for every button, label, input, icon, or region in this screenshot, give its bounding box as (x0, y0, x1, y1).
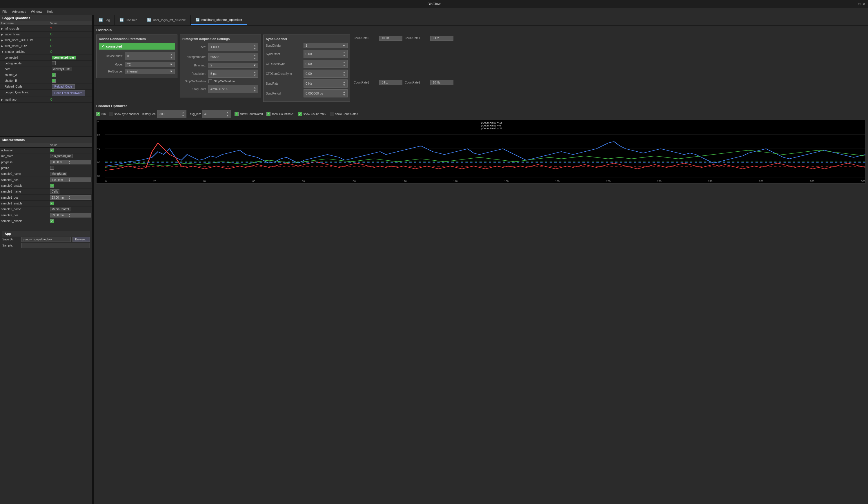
x-label-180: 180 (555, 180, 559, 183)
tacq-input[interactable]: 1.00 s ▲▼ (208, 43, 258, 51)
tab-user-login[interactable]: 🔄 user_login_mf_crucible (142, 15, 191, 25)
stop-overflow-checkbox[interactable] (208, 80, 212, 83)
sample1-enable-checkbox[interactable]: ✓ (50, 202, 54, 205)
expand-icon[interactable]: ▶ (1, 27, 3, 30)
sample2-name-value[interactable]: MediaControl (50, 207, 70, 212)
sample-row: Sample: (2, 243, 90, 248)
sample0-pos-input[interactable] (50, 178, 68, 182)
history-len-spinbox[interactable]: 300 ▲▼ (157, 110, 186, 118)
sample2-pos-down[interactable]: ▼ (68, 215, 71, 217)
window-controls[interactable]: — □ ✕ (852, 2, 866, 6)
sample0-name-value[interactable]: MungBean (50, 172, 67, 176)
stop-count-spin[interactable]: ▲▼ (254, 86, 256, 92)
chart-y-labels: 80 60 40 20 0 (97, 120, 100, 177)
progress-down[interactable]: ▼ (68, 162, 71, 164)
progress-up[interactable]: ▲ (68, 160, 71, 162)
avg-len-spin[interactable]: ▲▼ (226, 111, 229, 117)
save-dir-label: Save Dir: (2, 238, 20, 241)
binnning-row: Binnning: 2 ▼ (182, 63, 258, 68)
sample2-pos-input[interactable] (50, 214, 68, 217)
expand-icon[interactable]: ▶ (1, 33, 3, 36)
close-button[interactable]: ✕ (863, 2, 866, 6)
show-cr2-checkbox[interactable]: ✓ (298, 112, 302, 116)
sample2-pos-up[interactable]: ▲ (68, 213, 71, 215)
read-from-hardware-button[interactable]: Read From Hardware (52, 90, 85, 96)
sync-offset-spin[interactable]: ▲▼ (343, 51, 345, 57)
device-index-spin[interactable]: ▲▼ (170, 53, 173, 59)
sync-divider-select[interactable]: 1 ▼ (303, 43, 348, 48)
shutter-b-checkbox[interactable]: ✓ (52, 79, 56, 83)
cfd-level-input[interactable]: 0.00 ▲▼ (303, 60, 348, 68)
sync-rate-spin[interactable]: ▲▼ (343, 80, 345, 87)
x-label-80: 80 (302, 180, 305, 183)
countrate-panel: CountRate0 10 Hz CountRate1 0 Hz CountRa… (352, 34, 455, 86)
sample1-pos-input[interactable] (50, 196, 68, 199)
show-cr1-checkbox[interactable]: ✓ (267, 112, 270, 116)
progress-spinbox[interactable]: ▲ ▼ (50, 160, 91, 164)
refsource-select[interactable]: internal ▼ (125, 69, 175, 74)
tab-multiharp[interactable]: 🔄 multiharp_channel_optimizer (191, 15, 247, 25)
sync-rate-input[interactable]: 0 Hz ▲▼ (303, 80, 348, 88)
cfd-level-spin[interactable]: ▲▼ (343, 61, 345, 67)
hw-item-label: mf_crucible (4, 27, 19, 30)
sample-input[interactable] (21, 243, 90, 248)
history-len-spin[interactable]: ▲▼ (182, 111, 184, 117)
sample2-enable-checkbox[interactable]: ✓ (50, 219, 54, 223)
progress-input[interactable] (50, 161, 68, 164)
browse-button[interactable]: Browse... (72, 237, 90, 242)
tab-console[interactable]: 🔄 Console (115, 15, 142, 25)
show-sync-checkbox[interactable] (109, 112, 113, 116)
expand-icon[interactable]: ▶ (1, 39, 3, 42)
sample0-pos-spinbox[interactable]: ▲ ▼ (50, 177, 91, 182)
sync-offset-input[interactable]: 0.00 ▲▼ (303, 50, 348, 58)
stop-count-input[interactable]: 4294967295 ▲▼ (208, 85, 258, 93)
mode-select[interactable]: T2 ▼ (125, 62, 175, 67)
run-checkbox[interactable]: ✓ (96, 112, 100, 116)
sample0-pos-up[interactable]: ▲ (68, 178, 71, 180)
port-value[interactable]: /dev/ttyACM1 (52, 67, 72, 71)
sample0-pos-down[interactable]: ▼ (68, 180, 71, 182)
meas-col1 (1, 144, 50, 147)
show-cr3-checkbox[interactable] (330, 112, 334, 116)
histogram-bins-input[interactable]: 65536 ▲▼ (208, 53, 258, 61)
menu-advanced[interactable]: Advanced (12, 10, 27, 13)
expand-icon[interactable]: ▼ (1, 50, 4, 53)
shutter-a-checkbox[interactable]: ✓ (52, 73, 56, 77)
activation-checkbox[interactable]: ✓ (50, 148, 54, 152)
cfd-zero-input[interactable]: 0.00 ▲▼ (303, 70, 348, 78)
resolution-input[interactable]: 5 ps ▲▼ (208, 70, 258, 78)
menu-help[interactable]: Help (47, 10, 54, 13)
menu-file[interactable]: File (2, 10, 8, 13)
reload-code-button[interactable]: Reload_Code (52, 84, 75, 89)
countrate1-top-value: 0 Hz (430, 36, 453, 41)
show-cr0-checkbox[interactable]: ✓ (235, 112, 239, 116)
list-item: connected connected_bar (0, 55, 92, 61)
device-index-input[interactable]: 0 ▲▼ (125, 52, 175, 60)
sync-panel-title: Sync Channel (266, 37, 348, 41)
tacq-spin[interactable]: ▲▼ (254, 44, 256, 50)
sample1-pos-down[interactable]: ▼ (68, 197, 71, 199)
tab-log[interactable]: 🔄 Log (94, 15, 115, 25)
sample1-name-value[interactable]: Cells (50, 189, 60, 194)
sample2-pos-spinbox[interactable]: ▲ ▼ (50, 213, 91, 217)
sample1-pos-spinbox[interactable]: ▲ ▼ (50, 195, 91, 200)
minimize-button[interactable]: — (852, 2, 856, 6)
sync-period-input[interactable]: 0.000000 ps ▲▼ (303, 89, 348, 97)
resolution-spin[interactable]: ▲▼ (254, 71, 256, 77)
save-dir-input[interactable] (21, 237, 71, 242)
maximize-button[interactable]: □ (858, 2, 860, 6)
resolution-label: Resolution: (182, 72, 208, 75)
sync-period-spin[interactable]: ▲▼ (343, 90, 345, 96)
sample0-enable-checkbox[interactable]: ✓ (50, 184, 54, 188)
binnning-select[interactable]: 2 ▼ (208, 63, 258, 68)
list-item: sample1_enable ✓ (0, 201, 92, 206)
profile-checkbox[interactable] (50, 166, 54, 169)
menu-window[interactable]: Window (31, 10, 42, 13)
expand-icon[interactable]: ▶ (1, 45, 3, 48)
sample1-pos-up[interactable]: ▲ (68, 195, 71, 197)
histogram-bins-spin[interactable]: ▲▼ (254, 54, 256, 60)
expand-icon[interactable]: ▶ (1, 98, 3, 101)
avg-len-spinbox[interactable]: 40 ▲▼ (202, 110, 231, 118)
debug-mode-checkbox[interactable] (52, 61, 56, 65)
cfd-zero-spin[interactable]: ▲▼ (343, 71, 345, 77)
